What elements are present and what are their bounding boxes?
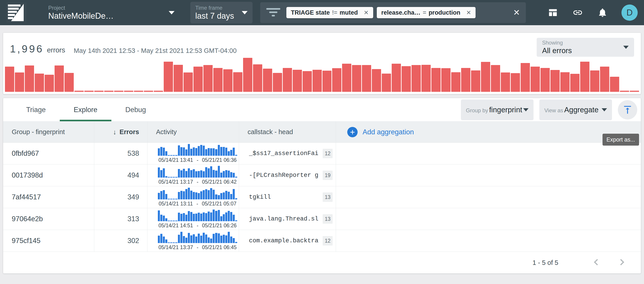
group-by-select[interactable]: Group by fingerprint (461, 100, 534, 120)
histogram-bar[interactable] (630, 91, 639, 92)
histogram-bar[interactable] (422, 65, 431, 92)
histogram-bar[interactable] (124, 91, 133, 92)
add-aggregation-button[interactable]: + Add aggregation (336, 122, 641, 142)
share-link-button[interactable] (572, 7, 584, 18)
histogram-bar[interactable] (15, 72, 24, 92)
histogram-bar[interactable] (491, 65, 500, 92)
table-row[interactable]: 0fbfd967 538 05/14/21 13:41 - 05/21/21 0… (3, 143, 641, 164)
histogram-bar[interactable] (263, 69, 272, 92)
fingerprint-cell-value[interactable]: 0fbfd967 (3, 143, 94, 164)
histogram-bar[interactable] (580, 62, 590, 92)
histogram-bar[interactable] (550, 70, 560, 92)
histogram-bar[interactable] (154, 91, 163, 92)
histogram-bar[interactable] (342, 64, 351, 92)
histogram-bar[interactable] (521, 63, 530, 92)
histogram-bar[interactable] (84, 91, 94, 92)
histogram-bar[interactable] (64, 73, 74, 92)
histogram-bar[interactable] (293, 70, 302, 92)
project-select[interactable]: Project NativeMobileDe… (48, 4, 174, 21)
histogram-bar[interactable] (174, 65, 183, 92)
histogram-bar[interactable] (5, 67, 14, 92)
histogram-bar[interactable] (501, 72, 510, 92)
tab-triage[interactable]: Triage (12, 98, 60, 121)
histogram-bar[interactable] (184, 72, 193, 92)
table-row[interactable]: 97064e2b 313 05/14/21 14:51 - 05/21/21 0… (3, 208, 641, 230)
histogram-bar[interactable] (451, 72, 460, 92)
timeframe-select[interactable]: Time frame last 7 days (190, 2, 252, 23)
histogram-bar[interactable] (392, 64, 401, 92)
histogram-bar[interactable] (204, 65, 213, 92)
histogram-bar[interactable] (74, 91, 84, 92)
histogram-bar[interactable] (134, 91, 143, 92)
histogram-bar[interactable] (213, 68, 222, 92)
filter-chip[interactable]: TRIAGE state != muted ✕ (286, 7, 373, 18)
histogram-bar[interactable] (25, 65, 34, 92)
filter-chip[interactable]: release.cha… = production ✕ (377, 7, 476, 18)
export-button[interactable] (618, 100, 637, 120)
fingerprint-cell-value[interactable]: 7af44517 (3, 186, 94, 208)
histogram-bar[interactable] (352, 65, 361, 92)
histogram-bar[interactable] (560, 72, 570, 92)
histogram-bar[interactable] (530, 67, 540, 92)
histogram-bar[interactable] (233, 72, 242, 92)
histogram-bar[interactable] (243, 58, 252, 92)
column-header-errors[interactable]: ↓ Errors (94, 122, 148, 142)
table-row[interactable]: 0017398d 494 05/14/21 13:17 - 05/21/21 0… (3, 164, 641, 186)
clear-filters-button[interactable]: ✕ (513, 8, 520, 17)
histogram-bar[interactable] (94, 91, 104, 92)
histogram-bar[interactable] (372, 69, 381, 92)
histogram-bar[interactable] (223, 69, 232, 92)
histogram-bar[interactable] (332, 68, 342, 92)
user-avatar[interactable]: D (622, 4, 638, 21)
histogram-bar[interactable] (402, 66, 411, 92)
histogram-bar[interactable] (54, 65, 64, 92)
showing-select[interactable]: Showing All errors (537, 38, 634, 57)
histogram-bar[interactable] (590, 70, 599, 92)
fingerprint-cell-value[interactable]: 97064e2b (3, 208, 94, 230)
column-header-group-fingerprint[interactable]: Group - fingerprint (3, 122, 94, 142)
histogram-bar[interactable] (45, 75, 54, 92)
histogram-bar[interactable] (273, 73, 282, 92)
histogram-bar[interactable] (194, 67, 203, 92)
fingerprint-cell-value[interactable]: 975cf145 (3, 230, 94, 252)
histogram-bar[interactable] (322, 71, 332, 92)
chip-close-icon[interactable]: ✕ (466, 9, 471, 16)
dashboard-layout-button[interactable] (547, 7, 559, 18)
column-header-activity[interactable]: Activity (148, 122, 239, 142)
histogram-bar[interactable] (164, 62, 173, 92)
table-row[interactable]: 975cf145 302 05/14/21 13:37 - 05/21/21 0… (3, 230, 641, 252)
histogram-bar[interactable] (144, 91, 153, 92)
histogram-bar[interactable] (302, 71, 312, 92)
histogram-bar[interactable] (104, 91, 114, 92)
view-as-select[interactable]: View as Aggregate (539, 100, 612, 120)
histogram-bar[interactable] (511, 73, 520, 92)
histogram-bar[interactable] (253, 64, 262, 92)
tab-debug[interactable]: Debug (112, 98, 160, 121)
histogram-bar[interactable] (570, 74, 580, 92)
histogram-bar[interactable] (471, 70, 480, 92)
histogram-bar[interactable] (382, 74, 391, 92)
fingerprint-cell-value[interactable]: 0017398d (3, 164, 94, 186)
histogram-bar[interactable] (610, 77, 619, 92)
histogram-bar[interactable] (461, 68, 470, 92)
next-page-button[interactable] (616, 257, 626, 268)
histogram-bar[interactable] (620, 91, 629, 92)
table-row[interactable]: 7af44517 349 05/14/21 13:11 - 05/21/21 0… (3, 186, 641, 208)
chip-close-icon[interactable]: ✕ (364, 9, 369, 16)
histogram-bar[interactable] (600, 67, 609, 92)
histogram-bar[interactable] (312, 70, 322, 92)
histogram-bar[interactable] (540, 68, 550, 92)
notifications-button[interactable] (597, 7, 608, 18)
backtrace-logo-icon[interactable] (6, 2, 26, 23)
histogram-bar[interactable] (441, 68, 450, 92)
histogram-bar[interactable] (481, 62, 490, 92)
tab-explore[interactable]: Explore (60, 98, 112, 121)
filter-bar[interactable]: TRIAGE state != muted ✕ release.cha… = p… (260, 2, 526, 23)
histogram-bar[interactable] (412, 65, 421, 92)
previous-page-button[interactable] (592, 257, 602, 268)
histogram-bar[interactable] (431, 68, 440, 92)
histogram-bar[interactable] (283, 68, 292, 92)
histogram-bar[interactable] (114, 91, 123, 92)
histogram-bar[interactable] (362, 65, 371, 92)
column-header-callstack-head[interactable]: callstack - head (239, 122, 336, 142)
